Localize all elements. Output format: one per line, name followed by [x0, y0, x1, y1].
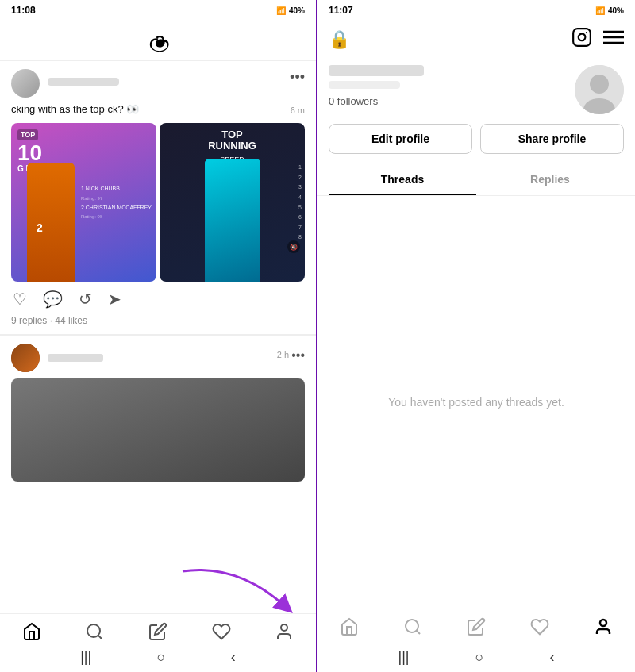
left-nav-compose[interactable]: [148, 622, 167, 641]
lock-icon: 🔒: [329, 29, 350, 50]
empty-message: You haven't posted any threads yet.: [388, 396, 564, 409]
post-1-image-left: TOP 10 G BACKS 2 1 NICK CHUBB Rating: 97…: [11, 123, 156, 282]
top-label: TOP: [17, 129, 38, 140]
system-menu-button[interactable]: |||: [80, 649, 91, 666]
post-2-time: 2 h: [277, 350, 289, 359]
comment-button[interactable]: 💬: [41, 288, 64, 310]
like-button[interactable]: ♡: [11, 288, 29, 310]
menu-button[interactable]: [603, 29, 624, 50]
post-2-avatar: [11, 344, 40, 372]
profile-section: 0 followers: [318, 59, 635, 124]
replies-tab[interactable]: Replies: [476, 163, 624, 195]
profile-handle-blur: [329, 81, 400, 89]
post-1-time: 6 m: [291, 106, 305, 115]
right-system-menu[interactable]: |||: [398, 649, 410, 666]
svg-point-1: [87, 624, 100, 637]
right-status-bar: 11:07 📶 40%: [318, 0, 635, 21]
empty-state: You haven't posted any threads yet.: [318, 196, 635, 609]
profile-info: 0 followers: [329, 65, 567, 107]
player-2: 2 CHRISTIAN MCCAFFREY: [81, 202, 152, 213]
right-numbers: 12345678: [298, 163, 302, 243]
followers-count: 0 followers: [329, 95, 567, 107]
post-2: 2 h •••: [0, 336, 316, 490]
threads-logo-icon: [144, 27, 172, 56]
left-bottom-nav: [0, 613, 316, 644]
left-status-icons: 📶 40%: [276, 6, 305, 15]
post-2-image: [11, 378, 305, 482]
post-2-header: 2 h •••: [11, 344, 305, 372]
svg-point-3: [281, 624, 287, 631]
right-system-home[interactable]: ○: [475, 649, 484, 666]
right-signal-icon: 📶: [595, 6, 605, 15]
profile-avatar: [575, 65, 624, 114]
left-nav-home[interactable]: [22, 622, 41, 641]
right-header-icons: [572, 27, 624, 52]
player-1: 1 NICK CHUBB: [81, 184, 152, 194]
right-nav-search[interactable]: [403, 617, 422, 641]
post-2-username-blur: [48, 354, 103, 362]
edit-profile-button[interactable]: Edit profile: [329, 124, 472, 154]
right-status-icons: 📶 40%: [595, 6, 624, 15]
left-nav-profile[interactable]: [275, 622, 294, 641]
post-1-images: TOP 10 G BACKS 2 1 NICK CHUBB Rating: 97…: [11, 123, 305, 282]
right-app-header: 🔒: [318, 21, 635, 59]
right-nav-notifications[interactable]: [530, 617, 549, 641]
svg-point-13: [406, 620, 418, 632]
left-time: 11:08: [11, 5, 36, 16]
left-nav-search[interactable]: [85, 622, 104, 641]
signal-icon: 📶: [276, 6, 286, 15]
post-1-stats: 9 replies · 44 likes: [11, 315, 305, 326]
left-panel: 11:08 📶 40% 6 m ••• cking with as the t: [0, 0, 318, 672]
post-1-more-button[interactable]: •••: [290, 69, 305, 86]
right-system-nav: ||| ○ ‹: [318, 644, 635, 672]
repost-button[interactable]: ↺: [77, 288, 94, 310]
svg-point-15: [600, 620, 606, 626]
post-1-username-blur: [48, 78, 119, 86]
post-1-meta: [48, 78, 305, 89]
share-profile-button[interactable]: Share profile: [480, 124, 624, 154]
post-1-avatar: [11, 69, 40, 98]
post-1-header: 6 m •••: [11, 69, 305, 98]
profile-tabs: Threads Replies: [318, 163, 635, 196]
right-nav-compose[interactable]: [467, 617, 486, 641]
profile-buttons: Edit profile Share profile: [318, 124, 635, 163]
post-2-image-content: [11, 378, 305, 482]
profile-name-blur: [329, 65, 424, 76]
post-2-more-button[interactable]: •••: [291, 348, 305, 363]
right-battery-icon: 40%: [608, 6, 624, 15]
right-panel: 11:07 📶 40% 🔒: [318, 0, 635, 672]
right-nav-home[interactable]: [340, 617, 359, 641]
right-system-back[interactable]: ‹: [549, 649, 554, 666]
battery-icon: 40%: [289, 6, 305, 15]
right-nav-profile[interactable]: [594, 617, 613, 641]
post-1-text: cking with as the top ck? 👀: [11, 102, 305, 117]
left-system-nav: ||| ○ ‹: [0, 644, 316, 672]
avatar-silhouette: [575, 65, 624, 114]
feed: 6 m ••• cking with as the top ck? 👀 TOP …: [0, 61, 316, 613]
left-app-header: [0, 21, 316, 61]
system-back-button[interactable]: ‹: [231, 649, 236, 666]
svg-line-2: [98, 636, 102, 639]
left-nav-notifications[interactable]: [212, 622, 231, 641]
post-1-image-right: TOPRUNNING SPEED 12345678 🔇: [160, 123, 305, 282]
top-running-label: TOPRUNNING: [208, 129, 256, 152]
svg-point-11: [590, 75, 609, 94]
svg-rect-4: [573, 29, 591, 46]
threads-tab[interactable]: Threads: [329, 163, 476, 195]
svg-line-14: [417, 631, 420, 634]
post-1: 6 m ••• cking with as the top ck? 👀 TOP …: [0, 61, 316, 335]
share-button[interactable]: ➤: [106, 288, 123, 310]
system-home-button[interactable]: ○: [157, 649, 166, 666]
left-status-bar: 11:08 📶 40%: [0, 0, 316, 21]
right-time: 11:07: [329, 5, 353, 16]
post-1-actions: ♡ 💬 ↺ ➤: [11, 288, 305, 310]
instagram-button[interactable]: [572, 27, 592, 52]
player-list: 1 NICK CHUBB Rating: 97 2 CHRISTIAN MCCA…: [81, 184, 152, 221]
right-bottom-nav: [318, 609, 635, 644]
